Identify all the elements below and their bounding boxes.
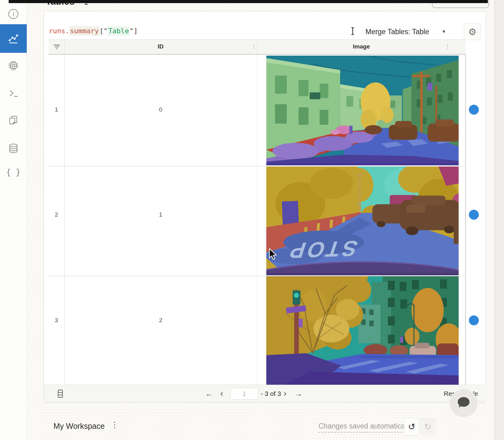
svg-text:STOP: STOP bbox=[284, 236, 361, 263]
row-run-dot bbox=[469, 105, 479, 115]
redo-icon: ↻ bbox=[424, 422, 431, 432]
cell-id-value: 0 bbox=[64, 106, 257, 113]
cell-segmentation-image[interactable] bbox=[266, 56, 459, 165]
sidebar-item-charts[interactable] bbox=[0, 24, 27, 53]
column-menu-icon[interactable]: ⋮ bbox=[251, 40, 256, 53]
sidebar-item-code[interactable]: { } bbox=[0, 162, 27, 183]
column-header-image[interactable]: Image bbox=[257, 40, 466, 53]
run-sidebar: i bbox=[0, 0, 27, 440]
query-key: Table bbox=[108, 26, 129, 36]
column-header-id[interactable]: ID bbox=[64, 40, 257, 53]
workspace-title: My Workspace bbox=[53, 422, 105, 431]
segmentation-image-1 bbox=[266, 56, 459, 165]
sidebar-item-logs[interactable] bbox=[0, 82, 27, 104]
autosave-status: Changes saved automatically bbox=[318, 422, 412, 433]
table-header: ID ⋮ Image ⋮ bbox=[48, 39, 466, 55]
cell-segmentation-image[interactable] bbox=[266, 276, 459, 385]
wandb-workspace-page: ▾ Tables1 + Add Panel i bbox=[0, 0, 504, 440]
panel-query-expression[interactable]: runs.summary["Table"] bbox=[49, 26, 138, 36]
svg-text:{ }: { } bbox=[7, 167, 20, 177]
column-menu-icon[interactable]: ⋮ bbox=[445, 40, 450, 53]
terminal-icon bbox=[7, 87, 20, 99]
sidebar-item-overview[interactable]: i bbox=[0, 3, 27, 25]
svg-text:i: i bbox=[12, 11, 14, 17]
filter-button[interactable] bbox=[53, 43, 61, 52]
table-panel: runs.summary["Table"] Merge Tables: Tabl… bbox=[44, 11, 486, 402]
row-index: 1 bbox=[48, 106, 64, 113]
row-run-dot bbox=[469, 315, 479, 325]
braces-icon: { } bbox=[7, 166, 20, 179]
page-number-input[interactable] bbox=[230, 388, 258, 400]
undo-icon: ↺ bbox=[408, 422, 415, 432]
prev-page-button[interactable]: ‹ bbox=[220, 385, 223, 402]
grid-vline bbox=[64, 54, 65, 385]
panel-settings-button[interactable]: ⚙ bbox=[464, 23, 481, 40]
gear-icon: ⚙ bbox=[468, 26, 477, 37]
query-object: runs. bbox=[49, 27, 69, 35]
text-cursor bbox=[350, 26, 355, 37]
segmentation-image-3 bbox=[266, 276, 459, 385]
top-black-bar bbox=[9, 0, 488, 3]
info-icon: i bbox=[7, 8, 19, 20]
grid-vline bbox=[257, 54, 257, 385]
redo-button[interactable]: ↻ bbox=[420, 418, 436, 436]
next-page-button[interactable]: › bbox=[284, 385, 286, 402]
workspace-menu-icon[interactable]: ⋮ bbox=[111, 420, 119, 430]
chevron-down-icon[interactable]: ▾ bbox=[442, 28, 445, 35]
query-method: summary bbox=[69, 26, 99, 36]
page-range-label: - 3 of 3 bbox=[261, 385, 281, 402]
cell-id-value: 1 bbox=[64, 211, 257, 218]
page-scrollbar[interactable] bbox=[494, 0, 504, 440]
query-close-bracket: "] bbox=[130, 27, 138, 35]
line-chart-icon bbox=[7, 32, 20, 45]
cell-id-value: 2 bbox=[64, 317, 257, 324]
files-icon bbox=[7, 114, 20, 126]
query-open-bracket: [" bbox=[99, 27, 108, 35]
first-page-button[interactable]: ← bbox=[205, 385, 213, 402]
merge-tables-dropdown[interactable]: Merge Tables: Table bbox=[365, 28, 429, 36]
rows-view-icon[interactable] bbox=[57, 390, 63, 399]
sidebar-item-system[interactable] bbox=[0, 55, 27, 76]
segmentation-image-2: STOP bbox=[266, 167, 459, 275]
row-index: 3 bbox=[48, 317, 64, 324]
sidebar-item-artifacts[interactable] bbox=[0, 138, 27, 159]
last-page-button[interactable]: → bbox=[295, 385, 302, 402]
sidebar-item-files[interactable] bbox=[0, 109, 27, 131]
row-index: 2 bbox=[48, 211, 64, 218]
row-run-dot bbox=[469, 210, 479, 220]
cpu-chip-icon bbox=[7, 59, 20, 72]
row-divider bbox=[48, 166, 466, 166]
cell-segmentation-image[interactable]: STOP bbox=[266, 167, 459, 275]
database-icon bbox=[7, 142, 20, 155]
chat-bubble-icon bbox=[456, 396, 471, 410]
help-chat-button[interactable] bbox=[450, 389, 478, 417]
undo-button[interactable]: ↺ bbox=[404, 418, 419, 436]
table-right-border bbox=[465, 54, 466, 385]
table-pagination-bar: ← ‹ - 3 of 3 › → Reset Table bbox=[44, 385, 485, 402]
